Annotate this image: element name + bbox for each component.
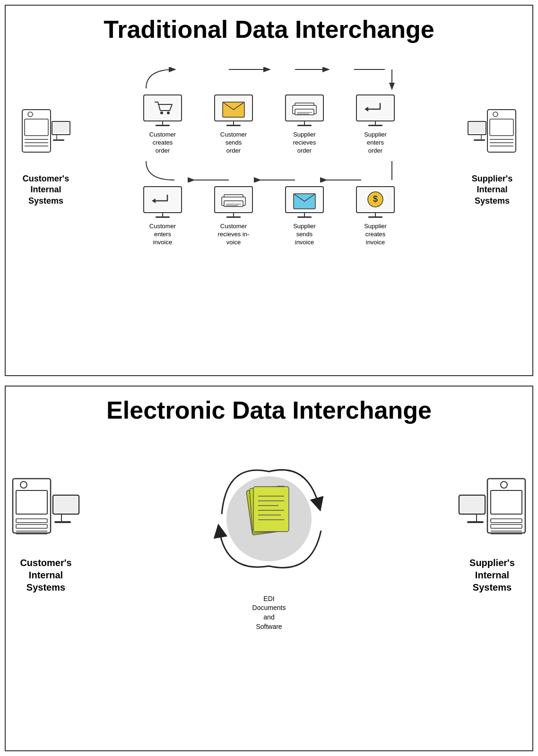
svg-rect-39 [156,216,170,218]
top-arrows [137,67,401,91]
svg-rect-62 [490,119,513,136]
svg-rect-36 [145,188,180,211]
step-sends-invoice: Suppliersendsinvoice [274,184,335,247]
svg-rect-80 [54,521,71,523]
printer-computer-icon [283,93,326,128]
edi-customer-computer: Customer'sInternalSystems [15,476,77,593]
receives-invoice-label: Customerrecieves in-voice [218,223,249,247]
svg-rect-31 [358,96,393,120]
svg-point-71 [20,481,27,488]
step-receives-invoice: Customerrecieves in-voice [203,184,264,247]
enter-invoice-computer-icon [141,184,184,220]
sends-invoice-label: Suppliersendsinvoice [293,223,316,247]
step-receives-order: Supplierrecievesorder [274,93,335,155]
step-creates-order: Customercreatesorder [132,93,193,155]
svg-rect-2 [25,119,48,136]
creates-invoice-computer-icon: $ [354,184,397,220]
svg-rect-59 [368,216,382,218]
cart-computer-icon [141,93,184,128]
svg-rect-20 [226,125,241,126]
creates-order-label: Customercreatesorder [149,131,176,155]
svg-rect-84 [253,487,289,532]
svg-rect-72 [16,490,47,514]
svg-rect-67 [469,122,485,133]
sends-order-label: Customersendsorder [220,131,247,155]
svg-rect-78 [54,497,78,513]
customer-computer: Customer'sInternalSystems [15,107,77,206]
enters-invoice-label: Customerentersinvoice [149,223,176,247]
svg-rect-100 [491,519,522,523]
edi-title: Electronic Data Interchange [15,396,523,424]
step-creates-invoice: $ Suppliercreatesinvoice [345,184,406,247]
edi-center-label: EDIDocumentsandSoftware [252,594,286,631]
svg-rect-101 [491,524,522,528]
envelope-computer-icon [212,93,255,128]
svg-rect-15 [156,125,170,126]
svg-rect-29 [297,125,312,126]
supplier-computer-icon [466,107,518,169]
edi-customer-label: Customer'sInternalSystems [20,557,71,593]
edi-supplier-computer-icon [457,476,528,552]
edi-center: EDIDocumentsandSoftware [95,438,443,631]
svg-point-12 [160,112,163,114]
svg-rect-74 [16,524,47,528]
traditional-section: Traditional Data Interchange Customer'sI… [5,5,533,376]
top-flow-row: Customercreatesorder [81,93,457,155]
edi-supplier-computer: Supplier'sInternalSystems [461,476,523,593]
receives-order-label: Supplierrecievesorder [293,131,316,155]
edi-center-diagram [174,438,364,590]
creates-invoice-label: Suppliercreatesinvoice [364,223,387,247]
edi-supplier-label: Supplier'sInternalSystems [469,557,515,593]
svg-point-13 [167,112,170,114]
supplier-label: Supplier'sInternalSystems [472,173,512,206]
sends-invoice-computer-icon [283,184,326,220]
step-enters-order: Supplierentersorder [345,93,406,155]
customer-label: Customer'sInternalSystems [23,173,69,206]
traditional-title: Traditional Data Interchange [15,15,523,43]
edi-section: Electronic Data Interchange Customer'sI [5,386,533,751]
supplier-computer: Supplier'sInternalSystems [461,107,523,206]
traditional-diagram: Customer'sInternalSystems [15,58,523,256]
svg-point-61 [493,112,498,117]
svg-rect-7 [53,122,69,133]
customer-computer-icon [20,107,72,169]
svg-rect-11 [145,96,180,120]
middle-flow: Customercreatesorder [77,67,461,246]
svg-rect-34 [368,125,382,126]
enters-order-label: Supplierentersorder [364,131,387,155]
step-enters-invoice: Customerentersinvoice [132,184,193,247]
svg-rect-99 [491,490,522,514]
svg-rect-53 [297,216,312,218]
svg-point-1 [28,112,33,117]
receives-invoice-computer-icon [212,184,255,220]
svg-point-98 [501,481,507,488]
svg-rect-73 [16,519,47,523]
svg-text:$: $ [373,194,378,204]
svg-rect-69 [474,139,485,141]
bottom-flow-row: Customerentersinvoice [81,184,457,247]
svg-rect-48 [226,216,241,218]
edi-diagram: Customer'sInternalSystems [15,438,523,631]
svg-rect-94 [460,497,484,513]
svg-rect-96 [467,521,484,523]
edi-customer-computer-icon [10,476,81,552]
bottom-arrows [137,159,401,182]
svg-rect-9 [53,139,64,141]
step-sends-order: Customersendsorder [203,93,264,155]
enter-computer-icon [354,93,397,128]
